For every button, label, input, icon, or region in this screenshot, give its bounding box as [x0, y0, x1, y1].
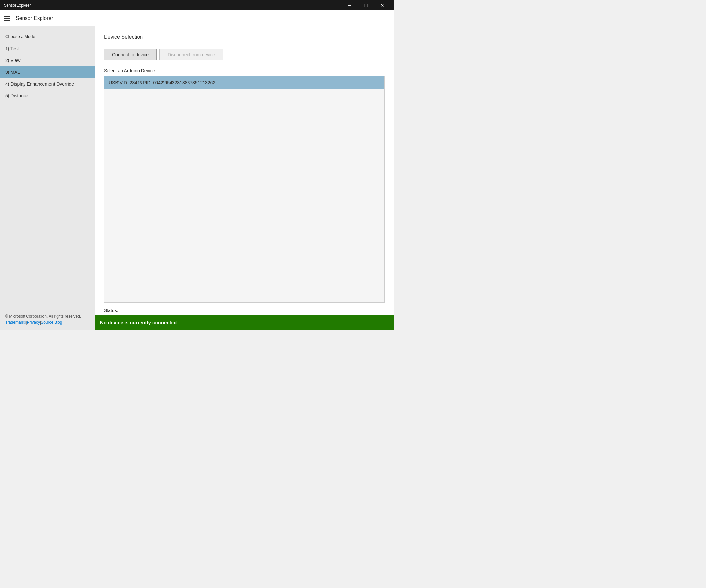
- sidebar-item-malt[interactable]: 3) MALT: [0, 66, 95, 78]
- status-bar: No device is currently connected: [95, 315, 394, 330]
- sidebar-footer: © Microsoft Corporation. All rights rese…: [0, 309, 95, 330]
- content: Device Selection Connect to device Disco…: [95, 26, 394, 303]
- window-controls: ─ □ ✕: [342, 0, 390, 10]
- status-section: Status:: [95, 303, 394, 315]
- footer-links: Trademarks|Privacy|Source|Blog: [5, 320, 89, 325]
- sidebar-item-distance[interactable]: 5) Distance: [0, 90, 95, 101]
- sidebar-item-view[interactable]: 2) View: [0, 54, 95, 66]
- sidebar-item-test[interactable]: 1) Test: [0, 43, 95, 54]
- content-area: Device Selection Connect to device Disco…: [95, 26, 394, 330]
- status-message: No device is currently connected: [100, 320, 177, 325]
- close-button[interactable]: ✕: [375, 0, 390, 10]
- minimize-button[interactable]: ─: [342, 0, 357, 10]
- blog-link[interactable]: Blog: [54, 320, 62, 325]
- sidebar-heading: Choose a Mode: [0, 31, 95, 43]
- source-link[interactable]: Source: [41, 320, 53, 325]
- title-bar: SensorExplorer ─ □ ✕: [0, 0, 394, 10]
- device-list-item[interactable]: USB\VID_2341&PID_0042\954323138373512132…: [104, 76, 384, 89]
- hamburger-icon[interactable]: [4, 16, 10, 20]
- status-label: Status:: [104, 308, 385, 313]
- sidebar: Choose a Mode 1) Test 2) View 3) MALT 4)…: [0, 26, 95, 330]
- sidebar-item-display[interactable]: 4) Display Enhancement Override: [0, 78, 95, 90]
- connect-button[interactable]: Connect to device: [104, 49, 157, 60]
- action-buttons: Connect to device Disconnect from device: [104, 49, 385, 60]
- app-title: Sensor Explorer: [16, 15, 53, 21]
- device-list[interactable]: USB\VID_2341&PID_0042\954323138373512132…: [104, 76, 385, 303]
- footer-copyright: © Microsoft Corporation. All rights rese…: [5, 314, 89, 319]
- trademarks-link[interactable]: Trademarks: [5, 320, 26, 325]
- content-title: Device Selection: [104, 34, 385, 40]
- app-header: Sensor Explorer: [0, 10, 394, 26]
- maximize-button[interactable]: □: [358, 0, 374, 10]
- disconnect-button[interactable]: Disconnect from device: [159, 49, 224, 60]
- device-select-label: Select an Arduino Device:: [104, 68, 385, 73]
- window-title: SensorExplorer: [4, 3, 31, 7]
- main-layout: Choose a Mode 1) Test 2) View 3) MALT 4)…: [0, 26, 394, 330]
- privacy-link[interactable]: Privacy: [27, 320, 40, 325]
